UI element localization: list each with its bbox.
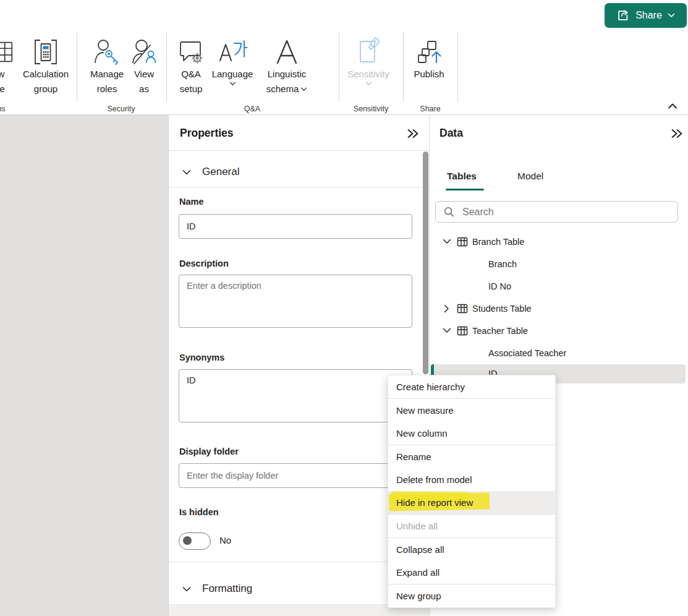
- menu-item-new-measure[interactable]: New measure: [388, 399, 555, 422]
- linguistic-schema-icon: [272, 31, 302, 67]
- section-header-formatting[interactable]: Formatting: [169, 575, 421, 602]
- tree-item-teacher-table[interactable]: Teacher Table: [430, 320, 686, 342]
- context-menu: Create hierarchy New measure New column …: [388, 375, 556, 608]
- section-header-general[interactable]: General: [169, 158, 421, 186]
- description-input[interactable]: [179, 275, 412, 328]
- active-tab-underline: [446, 189, 484, 190]
- menu-item-unhide-all: Unhide all: [388, 515, 555, 537]
- chevron-down-icon: [668, 13, 675, 18]
- scrollbar-thumb[interactable]: [423, 152, 428, 374]
- ribbon-group-divider: [457, 32, 458, 101]
- ribbon-button-linguistic-schema[interactable]: Linguistic schema: [257, 31, 316, 103]
- menu-item-collapse-all[interactable]: Collapse all: [388, 538, 555, 561]
- synonyms-field-label: Synonyms: [179, 353, 224, 362]
- ribbon-button-view-as[interactable]: View as: [127, 31, 161, 103]
- menu-item-label: Delete from model: [396, 474, 472, 485]
- collapse-ribbon-icon[interactable]: [668, 103, 677, 109]
- chevron-down-icon: [347, 82, 389, 86]
- ribbon-group-divider: [403, 32, 404, 101]
- ribbon-button-label: View: [134, 67, 154, 82]
- menu-item-label: Expand all: [396, 567, 440, 578]
- display-folder-field-label: Display folder: [179, 447, 239, 456]
- menu-item-expand-all[interactable]: Expand all: [388, 561, 555, 584]
- menu-item-label: Unhide all: [396, 521, 438, 531]
- tree-item-students-table[interactable]: Students Table: [430, 297, 686, 320]
- menu-item-label: Rename: [396, 451, 431, 462]
- menu-item-new-group[interactable]: New group: [388, 584, 555, 607]
- menu-item-new-column[interactable]: New column: [388, 422, 555, 445]
- name-input[interactable]: [179, 214, 412, 239]
- menu-item-label: Hide in report view: [396, 497, 473, 508]
- chevron-down-icon: [182, 169, 191, 175]
- search-icon: [443, 206, 455, 218]
- ribbon-button-qa-setup[interactable]: Q&A setup: [173, 31, 209, 103]
- ribbon-button-label: roles: [90, 82, 124, 96]
- chevron-down-icon[interactable]: [443, 237, 451, 246]
- properties-panel-title: Properties: [180, 127, 234, 140]
- collapse-panel-icon[interactable]: [406, 129, 420, 139]
- toggle-knob: [183, 536, 192, 545]
- ribbon-button-label: w: [0, 67, 5, 82]
- report-canvas: [0, 115, 168, 616]
- search-box[interactable]: [435, 201, 678, 223]
- menu-item-rename[interactable]: Rename: [388, 445, 555, 468]
- sensitivity-icon: [354, 31, 383, 67]
- data-panel-title: Data: [440, 127, 463, 140]
- ribbon-button-label: Publish: [414, 67, 444, 82]
- menu-item-hide-in-report-view[interactable]: Hide in report view: [388, 491, 555, 514]
- tree-item-id-no[interactable]: ID No: [430, 275, 686, 297]
- ribbon-group-divider: [166, 32, 167, 101]
- chevron-right-icon[interactable]: [443, 304, 451, 313]
- ribbon-group-label-security: Security: [90, 103, 152, 114]
- ribbon-group-label-qa: Q&A: [221, 103, 283, 114]
- ribbon-button-partial-table[interactable]: w le: [0, 31, 15, 103]
- ribbon-button-sensitivity: Sensitivity: [340, 31, 397, 103]
- ribbon-button-calculation-group[interactable]: Calculation group: [16, 31, 75, 103]
- chevron-down-icon: [300, 87, 307, 92]
- ribbon-button-label: le: [0, 82, 5, 96]
- ribbon-button-label: Q&A: [180, 67, 203, 82]
- menu-item-label: Create hierarchy: [396, 382, 465, 392]
- tab-model[interactable]: Model: [517, 171, 543, 182]
- tree-item-label: Branch: [488, 253, 517, 275]
- tab-tables[interactable]: Tables: [447, 171, 477, 182]
- menu-item-delete-from-model[interactable]: Delete from model: [388, 468, 555, 491]
- ribbon-button-publish[interactable]: Publish: [406, 31, 452, 103]
- synonyms-input[interactable]: ID: [179, 369, 412, 422]
- search-input[interactable]: [461, 206, 677, 218]
- tree-item-branch-table[interactable]: Branch Table: [430, 231, 686, 253]
- table-icon: [457, 236, 468, 247]
- tree-item-associated-teacher[interactable]: Associated Teacher: [430, 342, 686, 364]
- menu-item-label: New group: [396, 591, 441, 601]
- ribbon-button-label: setup: [180, 82, 203, 96]
- ribbon-group-label-share: Share: [399, 103, 461, 114]
- divider: [169, 187, 430, 188]
- ribbon-button-label: group: [23, 82, 69, 96]
- share-button[interactable]: Share: [605, 3, 687, 28]
- ribbon-button-manage-roles[interactable]: Manage roles: [87, 31, 127, 103]
- tree-item-label: Associated Teacher: [488, 342, 566, 364]
- is-hidden-toggle[interactable]: [179, 533, 211, 550]
- ribbon-button-label: Calculation: [23, 67, 69, 82]
- ribbon: Share w le: [0, 0, 688, 115]
- menu-item-create-hierarchy[interactable]: Create hierarchy: [388, 375, 555, 398]
- table-icon: [0, 31, 15, 67]
- chevron-down-icon: [212, 82, 253, 86]
- ribbon-button-label: Manage: [90, 67, 124, 82]
- display-folder-input[interactable]: [179, 463, 412, 488]
- tree-item-label: Branch Table: [472, 231, 524, 253]
- ribbon-group-label-sensitivity: Sensitivity: [339, 103, 403, 114]
- ribbon-button-label: as: [134, 82, 154, 96]
- tree-item-branch[interactable]: Branch: [430, 253, 686, 275]
- qa-setup-icon: [176, 31, 206, 67]
- table-icon: [457, 325, 468, 336]
- section-header-label: General: [202, 166, 239, 178]
- chevron-down-icon[interactable]: [443, 327, 451, 335]
- collapse-panel-icon[interactable]: [670, 129, 684, 139]
- ribbon-group-label-partial: ns: [0, 103, 15, 114]
- chevron-down-icon: [182, 586, 191, 592]
- table-icon: [457, 303, 468, 314]
- ribbon-button-language[interactable]: Language: [210, 31, 255, 103]
- ribbon-button-label: Language: [212, 67, 253, 82]
- share-icon: [616, 9, 630, 22]
